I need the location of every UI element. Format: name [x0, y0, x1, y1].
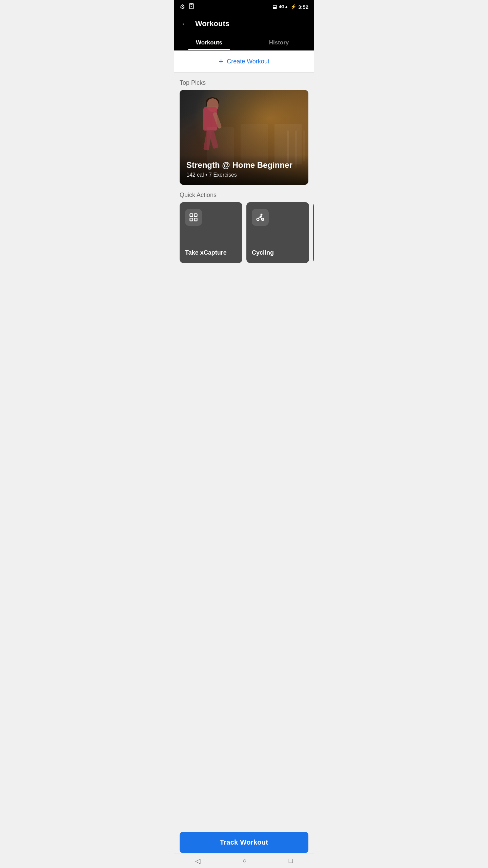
status-right-icons: ⬓ 4G▲ ⚡ 3:52	[272, 4, 308, 10]
page-title: Workouts	[195, 19, 229, 28]
cycling-icon	[256, 213, 265, 222]
status-bar: ⚙ ⬓ 4G▲ ⚡ 3:52	[174, 0, 314, 14]
featured-workout-card[interactable]: Strength @ Home Beginner 142 cal • 7 Exe…	[180, 90, 308, 185]
cycling-icon-wrapper	[252, 209, 269, 226]
svg-rect-0	[191, 4, 192, 5]
top-navigation: ← Workouts	[174, 14, 314, 34]
tab-workouts[interactable]: Workouts	[174, 34, 244, 50]
status-time: 3:52	[298, 4, 308, 10]
xcapture-icon	[189, 213, 198, 222]
svg-rect-3	[190, 218, 193, 221]
clipboard-icon	[188, 3, 195, 11]
create-workout-label: Create Workout	[227, 58, 269, 65]
featured-card-overlay: Strength @ Home Beginner 142 cal • 7 Exe…	[180, 155, 308, 185]
signal-4g-icon: 4G▲	[279, 4, 288, 9]
quick-action-more[interactable]	[313, 202, 314, 263]
battery-icon: ⚡	[290, 4, 296, 9]
status-left-icons: ⚙	[180, 3, 195, 11]
tab-bar: Workouts History	[174, 34, 314, 51]
xcapture-label: Take xCapture	[185, 249, 237, 256]
svg-rect-2	[194, 214, 197, 217]
top-picks-section-label: Top Picks	[174, 73, 314, 90]
xcapture-icon-wrapper	[185, 209, 202, 226]
settings-icon: ⚙	[180, 3, 185, 11]
quick-actions-row: Take xCapture Cycling	[174, 202, 314, 263]
content-area: + Create Workout Top Picks	[174, 51, 314, 290]
cycling-label: Cycling	[252, 249, 304, 256]
quick-action-cycling[interactable]: Cycling	[246, 202, 309, 263]
bluetooth-icon: ⬓	[272, 4, 277, 9]
featured-title: Strength @ Home Beginner	[186, 160, 302, 170]
quick-actions-section-label: Quick Actions	[174, 185, 314, 202]
featured-meta: 142 cal • 7 Exercises	[186, 172, 302, 178]
create-workout-card[interactable]: + Create Workout	[174, 51, 314, 73]
svg-rect-1	[190, 214, 193, 217]
create-plus-icon: +	[219, 57, 223, 66]
quick-action-xcapture[interactable]: Take xCapture	[180, 202, 242, 263]
svg-rect-4	[194, 218, 197, 221]
back-button[interactable]: ←	[180, 18, 190, 29]
tab-history[interactable]: History	[244, 34, 314, 50]
